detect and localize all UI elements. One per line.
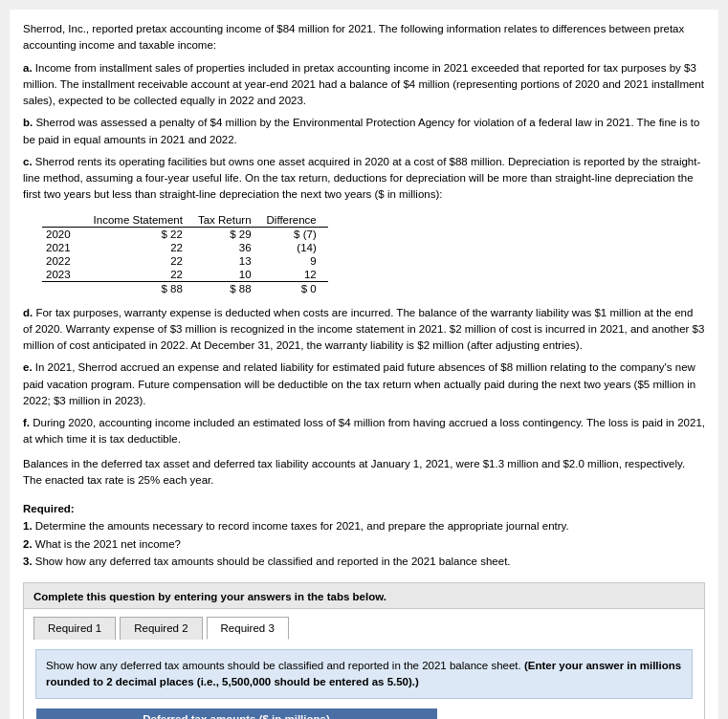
- table-row: 2020 $ 22 $ 29 $ (7): [42, 227, 328, 241]
- tab-content-active: Show how any deferred tax amounts should…: [24, 640, 704, 719]
- is-2023: 22: [90, 268, 194, 282]
- tab-required-3[interactable]: Required 3: [207, 617, 289, 640]
- answer-table-container: Deferred tax amounts ($ in millions) Cla…: [35, 708, 693, 719]
- item-b-label: b.: [23, 117, 33, 128]
- total-label: [42, 281, 90, 295]
- item-c-text: Sherrod rents its operating facilities b…: [23, 156, 700, 201]
- item-b: b. Sherrod was assessed a penalty of $4 …: [23, 115, 705, 148]
- item-f-label: f.: [23, 417, 30, 428]
- req-3-text: Show how any deferred tax amounts should…: [35, 556, 511, 567]
- info-main-text: Show how any deferred tax amounts should…: [46, 660, 524, 671]
- diff-2022: 9: [263, 254, 328, 268]
- sections-def: d. For tax purposes, warranty expense is…: [23, 305, 705, 448]
- year-2021: 2021: [42, 241, 90, 254]
- item-f-text: During 2020, accounting income included …: [23, 417, 705, 445]
- req-2-num: 2.: [23, 538, 33, 550]
- tab-required-1[interactable]: Required 1: [33, 617, 116, 640]
- item-d: d. For tax purposes, warranty expense is…: [23, 305, 705, 355]
- required-title: Required:: [23, 500, 705, 517]
- page-container: Sherrod, Inc., reported pretax accountin…: [10, 10, 718, 719]
- tab-required-2[interactable]: Required 2: [120, 617, 202, 640]
- tabs-instruction: Complete this question by entering your …: [24, 583, 704, 609]
- total-tr: $ 88: [194, 281, 263, 295]
- item-c: c. Sherrod rents its operating facilitie…: [23, 154, 705, 204]
- req-item-1: 1. Determine the amounts necessary to re…: [23, 517, 705, 534]
- diff-2021: (14): [263, 241, 328, 254]
- info-box: Show how any deferred tax amounts should…: [35, 649, 693, 700]
- intro-text: Sherrod, Inc., reported pretax accountin…: [23, 21, 705, 204]
- col-difference: Difference: [263, 213, 328, 228]
- total-row: $ 88 $ 88 $ 0: [42, 281, 328, 295]
- item-d-text: For tax purposes, warranty expense is de…: [23, 307, 704, 352]
- req-item-2: 2. What is the 2021 net income?: [23, 535, 705, 553]
- tr-2021: 36: [194, 241, 263, 254]
- diff-2023: 12: [263, 268, 328, 282]
- col-income-stmt: Income Statement: [90, 213, 194, 228]
- item-a-text: Income from installment sales of propert…: [23, 62, 704, 107]
- req-1-num: 1.: [23, 520, 33, 532]
- item-b-text: Sherrod was assessed a penalty of $4 mil…: [23, 117, 699, 144]
- item-f: f. During 2020, accounting income includ…: [23, 415, 705, 448]
- req-1-text: Determine the amounts necessary to recor…: [35, 520, 569, 532]
- diff-2020: $ (7): [263, 227, 328, 241]
- required-section: Required: 1. Determine the amounts neces…: [23, 500, 705, 571]
- tr-2023: 10: [194, 268, 263, 282]
- depreciation-table: Income Statement Tax Return Difference 2…: [42, 213, 328, 295]
- balance-text: Balances in the deferred tax asset and d…: [23, 456, 705, 490]
- total-diff: $ 0: [263, 281, 328, 295]
- item-d-label: d.: [23, 307, 33, 318]
- answer-table: Deferred tax amounts ($ in millions) Cla…: [35, 708, 437, 719]
- item-e-label: e.: [23, 361, 33, 373]
- year-2020: 2020: [42, 227, 90, 241]
- table-row: 2022 22 13 9: [42, 254, 328, 268]
- opening-statement: Sherrod, Inc., reported pretax accountin…: [23, 21, 705, 54]
- item-e: e. In 2021, Sherrod accrued an expense a…: [23, 360, 705, 409]
- col-tax-return: Tax Return: [194, 213, 263, 228]
- tabs-row: Required 1 Required 2 Required 3: [24, 609, 704, 640]
- item-a: a. Income from installment sales of prop…: [23, 60, 705, 110]
- is-2022: 22: [90, 254, 194, 268]
- tabs-box: Complete this question by entering your …: [23, 582, 705, 719]
- year-2023: 2023: [42, 268, 90, 282]
- tr-2020: $ 29: [194, 227, 263, 241]
- item-e-text: In 2021, Sherrod accrued an expense and …: [23, 361, 695, 406]
- item-c-label: c.: [23, 156, 33, 167]
- req-item-3: 3. Show how any deferred tax amounts sho…: [23, 553, 705, 570]
- table-row: 2021 22 36 (14): [42, 241, 328, 254]
- year-2022: 2022: [42, 254, 90, 268]
- req-3-num: 3.: [23, 556, 33, 567]
- req-2-text: What is the 2021 net income?: [35, 538, 181, 550]
- table-row: 2023 22 10 12: [42, 268, 328, 282]
- required-title-bold: Required:: [23, 503, 75, 514]
- tr-2022: 13: [194, 254, 263, 268]
- is-2021: 22: [90, 241, 194, 254]
- is-2020: $ 22: [90, 227, 194, 241]
- col-year: [42, 213, 90, 228]
- item-a-label: a.: [23, 62, 33, 74]
- total-is: $ 88: [90, 281, 194, 295]
- answer-table-header: Deferred tax amounts ($ in millions): [36, 708, 437, 719]
